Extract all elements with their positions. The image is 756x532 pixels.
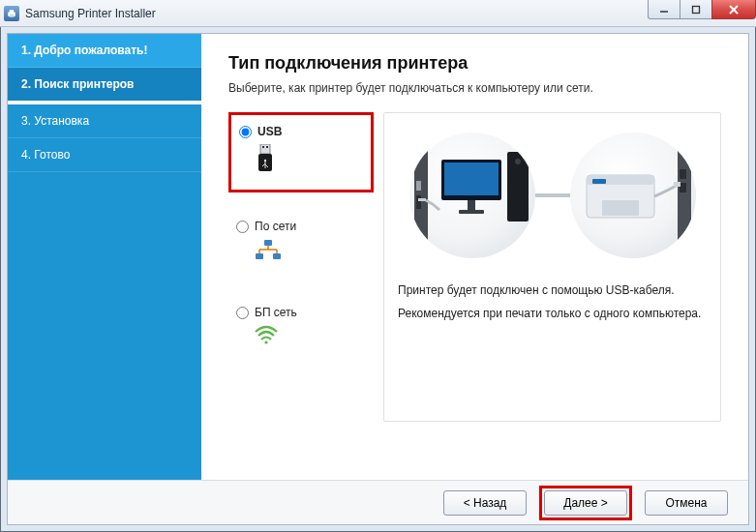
- svg-rect-2: [10, 14, 15, 16]
- usb-illustration: [398, 133, 707, 258]
- option-usb[interactable]: USB: [228, 112, 374, 192]
- page-title: Тип подключения принтера: [228, 53, 721, 74]
- window-title: Samsung Printer Installer: [25, 7, 156, 20]
- svg-rect-9: [266, 146, 268, 148]
- illustration-cable: [535, 193, 570, 197]
- svg-rect-24: [416, 181, 421, 191]
- window-minimize-button[interactable]: [648, 0, 680, 19]
- option-network-radio[interactable]: [236, 221, 249, 233]
- svg-rect-30: [459, 210, 484, 214]
- window-titlebar: Samsung Printer Installer: [0, 0, 756, 27]
- svg-rect-39: [592, 179, 606, 184]
- sidebar-step-done: 4. Готово: [8, 138, 201, 172]
- svg-rect-29: [468, 200, 475, 210]
- info-line-2: Рекомендуется при печати только с одного…: [398, 307, 707, 320]
- option-wireless[interactable]: БП сеть: [228, 296, 374, 361]
- sidebar-step-search: 2. Поиск принтеров: [8, 68, 201, 104]
- svg-rect-26: [418, 198, 426, 201]
- back-button[interactable]: < Назад: [443, 490, 527, 516]
- wizard-content: Тип подключения принтера Выберите, как п…: [201, 34, 748, 480]
- window-maximize-button[interactable]: [680, 0, 712, 19]
- svg-rect-4: [693, 6, 700, 13]
- svg-point-22: [264, 340, 267, 343]
- svg-rect-34: [680, 169, 686, 179]
- option-usb-label: USB: [257, 125, 282, 138]
- connection-preview: Принтер будет подключен с помощью USB-ка…: [383, 112, 721, 422]
- option-usb-radio[interactable]: [239, 126, 252, 138]
- svg-rect-8: [262, 146, 264, 148]
- info-line-1: Принтер будет подключен с помощью USB-ка…: [398, 283, 707, 297]
- window-body: 1. Добро пожаловать! 2. Поиск принтеров …: [7, 33, 749, 525]
- sidebar-step-install: 3. Установка: [8, 104, 201, 138]
- svg-rect-38: [602, 200, 639, 216]
- page-subtitle: Выберите, как принтер будет подключаться…: [228, 81, 721, 95]
- wizard-footer: < Назад Далее > Отмена: [8, 480, 748, 524]
- illustration-printer: [570, 133, 696, 258]
- svg-rect-15: [264, 240, 272, 246]
- svg-rect-16: [256, 253, 263, 259]
- svg-rect-35: [680, 183, 686, 192]
- option-network-label: По сети: [255, 220, 296, 233]
- network-icon: [254, 239, 366, 265]
- svg-rect-40: [674, 182, 680, 187]
- option-wireless-label: БП сеть: [255, 306, 297, 319]
- option-network[interactable]: По сети: [228, 210, 374, 279]
- svg-rect-1: [10, 10, 15, 13]
- svg-rect-33: [678, 142, 691, 249]
- svg-point-32: [515, 159, 521, 164]
- wifi-icon: [254, 325, 366, 347]
- window-chrome: 1. Добро пожаловать! 2. Поиск принтеров …: [0, 27, 756, 532]
- svg-rect-7: [260, 144, 270, 154]
- usb-icon: [257, 144, 363, 176]
- svg-rect-17: [273, 253, 281, 259]
- illustration-computer: [409, 133, 535, 258]
- wizard-sidebar: 1. Добро пожаловать! 2. Поиск принтеров …: [8, 34, 201, 480]
- option-wireless-radio[interactable]: [236, 307, 249, 319]
- next-button[interactable]: Далее >: [544, 490, 627, 516]
- app-icon: [4, 6, 19, 21]
- cancel-button[interactable]: Отмена: [645, 490, 728, 516]
- connection-options: USB: [228, 112, 374, 422]
- svg-rect-28: [444, 163, 499, 195]
- svg-rect-25: [416, 195, 421, 209]
- window-close-button[interactable]: [711, 0, 756, 19]
- sidebar-step-welcome: 1. Добро пожаловать!: [8, 34, 201, 68]
